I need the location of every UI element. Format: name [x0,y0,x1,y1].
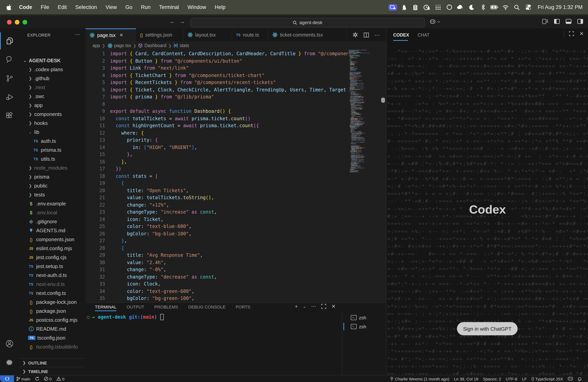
activity-accounts[interactable] [0,335,19,352]
control-center-icon[interactable] [524,3,533,11]
bluetooth-icon[interactable] [479,3,487,11]
tree-item--next[interactable]: ❯.next [20,83,86,92]
tree-item-jest-config-cjs[interactable]: JSjest.config.cjs [20,253,86,262]
tree-item--gitignore[interactable]: .gitignore [20,217,86,226]
moon-icon[interactable] [468,3,476,11]
breadcrumb-dashboard[interactable]: Dashboard [138,43,167,48]
tree-item-lib[interactable]: ⌄lib [20,127,86,137]
tree-item--swc[interactable]: ❯.swc [20,92,86,101]
maximize-icon[interactable] [569,31,574,36]
menu-clock[interactable]: Fri Aug 29 1:32 PM [538,4,583,10]
activity-search[interactable] [0,51,19,68]
breadcrumb-stats[interactable]: stats [173,43,189,48]
tree-item-tsconfig-tsbuildinfo[interactable]: {}tsconfig.tsbuildinfo [20,342,86,351]
circle-icon[interactable] [445,3,454,11]
terminal-tab-terminal[interactable]: TERMINAL [95,305,116,309]
terminal-tab-debug-console[interactable]: DEBUG CONSOLE [188,305,226,309]
minimap[interactable] [348,50,381,172]
more-icon[interactable]: ⋯ [375,32,380,38]
status-charlie-weems-1-mont[interactable]: Charlie Weems (1 month ago) [388,376,452,381]
status-spaces-2[interactable]: Spaces: 2 [481,376,504,381]
tree-item-utils-ts[interactable]: TSutils.ts [20,154,86,163]
menu-item-code[interactable]: Code [15,4,37,10]
menu-item-help[interactable]: Help [210,4,230,10]
tree-item-app[interactable]: ❯app [20,101,86,110]
more-icon[interactable]: ⋯ [75,32,80,37]
tree-item-package-lock-json[interactable]: {}package-lock.json [20,297,86,307]
tree-item-jest-setup-ts[interactable]: TSjest.setup.ts [20,262,86,271]
menu-item-go[interactable]: Go [121,4,137,10]
tree-item-prisma[interactable]: ❯prisma [20,172,86,181]
activity-settings[interactable] [0,354,19,371]
spotlight-icon[interactable] [513,3,521,11]
close-icon[interactable]: ✕ [120,33,123,38]
command-center-search[interactable]: agent-desk [190,18,425,27]
tree-item-postcss-config-mjs[interactable]: JSpostcss.config.mjs [20,316,86,324]
tree-item-prisma-ts[interactable]: TSprisma.ts [20,146,86,154]
status-typescript-jsx[interactable]: {}TypeScript JSX [529,376,566,381]
menu-item-edit[interactable]: Edit [53,4,71,10]
tree-item-eslint-config-mjs[interactable]: JSeslint.config.mjs [20,244,86,253]
menu-item-window[interactable]: Window [183,4,210,10]
terminal-session-list[interactable]: >_zsh>_zsh [342,311,386,376]
code-editor[interactable]: 1import { Card, CardContent, CardDescrip… [85,50,386,302]
title-bar[interactable]: ← → agent-desk [0,16,588,29]
tree-item-components[interactable]: ❯components [20,110,86,119]
codex-tab-codex[interactable]: CODEX [393,32,409,37]
more-icon[interactable]: ⋯ [311,303,316,309]
nav-back-button[interactable]: ← [168,18,177,24]
activity-source-control[interactable] [0,70,19,87]
tree-item-readme-md[interactable]: README.md [20,324,86,333]
remote-indicator[interactable] [0,375,14,382]
screen-mirroring-icon[interactable] [389,3,397,11]
status-ln-39-col-19[interactable]: Ln 39, Col 19 [452,376,481,381]
terminal-tab-ports[interactable]: PORTS [236,305,250,309]
status-utf-8[interactable]: UTF-8 [504,376,520,381]
tree-item-agents-md[interactable]: AGENTS.md [20,226,86,235]
tree-item-node-modules[interactable]: ❯node_modules [20,163,86,172]
customize-layout-icon[interactable] [542,19,548,24]
tree-item-package-json[interactable]: {}package.json [20,307,86,316]
tab-page-tsx[interactable]: page.tsx✕ [85,28,136,41]
signin-chatgpt-button[interactable]: Sign in with ChatGPT [457,322,518,335]
tree-item-public[interactable]: ❯public [20,181,86,190]
tree-item-components-json[interactable]: {}components.json [20,235,86,244]
nav-forward-button[interactable]: → [178,18,187,24]
close-icon[interactable]: ✕ [331,303,336,309]
terminal-tab-output[interactable]: OUTPUT [126,305,144,309]
status-0[interactable]: 0 [42,376,54,381]
cloud-icon[interactable] [456,3,465,11]
scrollbar-handle[interactable] [381,98,385,103]
apple-logo[interactable] [6,4,12,10]
terminal-session-2[interactable]: >_zsh [342,322,386,331]
timeline-section[interactable]: ❯TIMELINE [20,367,85,375]
tree-item--env-example[interactable]: $.env.example [20,199,86,208]
status-bell[interactable] [575,376,584,381]
menu-item-run[interactable]: Run [137,4,155,10]
tree-item-next-auth-d-ts[interactable]: TSnext-auth.d.ts [20,271,86,280]
toggle-panel-right-icon[interactable] [577,19,583,24]
wifi-icon[interactable] [502,3,510,11]
tree-item-tsconfig-json[interactable]: TStsconfig.json [20,333,86,342]
toggle-panel-left-icon[interactable] [554,19,560,24]
terminal-session-1[interactable]: >_zsh [342,313,386,322]
dots-grid-icon[interactable] [434,3,442,11]
battery-icon[interactable] [490,3,499,11]
tab-layout-tsx[interactable]: layout.tsx [184,28,232,41]
maximize-icon[interactable] [321,304,326,309]
activity-run-debug[interactable] [0,88,19,106]
copilot-menu[interactable] [429,18,440,25]
menu-item-terminal[interactable]: Terminal [155,4,183,10]
toggle-panel-bottom-icon[interactable] [566,19,572,24]
menu-item-file[interactable]: File [37,4,54,10]
breadcrumb[interactable]: app❯page.tsx❯Dashboard❯stats [85,41,386,50]
tree-item-next-config-ts[interactable]: TSnext.config.ts [20,289,86,297]
menu-item-selection[interactable]: Selection [71,4,101,10]
status-lf[interactable]: LF [520,376,529,381]
zoom-window-button[interactable] [22,20,27,24]
tree-item--github[interactable]: ❯.github [20,74,86,83]
terminal-tab-problems[interactable]: PROBLEMS [154,305,178,309]
status-main[interactable]: main [14,376,33,381]
tree-item-hooks[interactable]: ❯hooks [20,119,86,127]
tab-route-ts[interactable]: TSroute.ts [232,28,268,41]
